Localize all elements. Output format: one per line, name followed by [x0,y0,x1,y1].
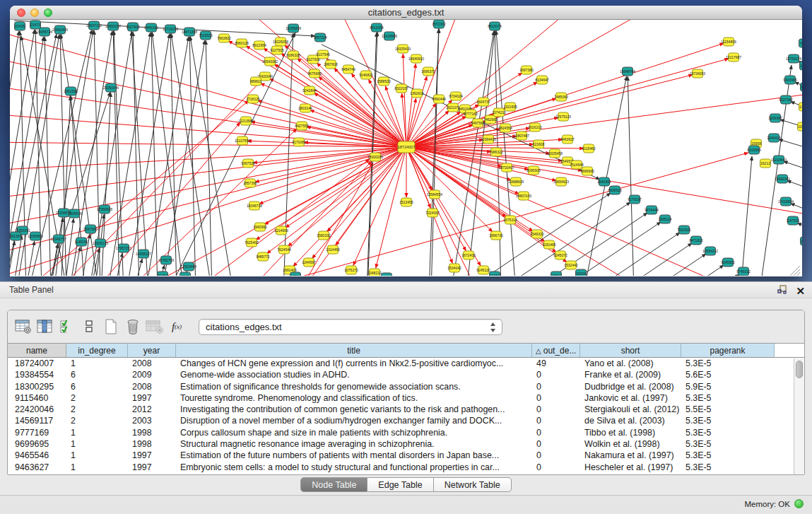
cell-in_degree[interactable]: 2 [66,392,128,404]
cell-out_degree[interactable]: 0 [532,462,580,473]
cell-year[interactable]: 1997 [128,392,176,404]
close-window-icon[interactable] [17,8,25,17]
cell-name[interactable]: 18724007 [8,358,66,369]
cell-pagerank[interactable]: 5.3E-5 [681,462,775,473]
cell-out_degree[interactable]: 0 [532,450,580,461]
tab-node-table[interactable]: Node Table [300,477,367,492]
cell-name[interactable]: 14569117 [8,415,66,426]
column-header-out_degree[interactable]: △out_de... [532,344,580,357]
minimize-window-icon[interactable] [30,8,39,17]
cell-out_degree[interactable]: 0 [532,369,580,380]
cell-short[interactable]: Wolkin et al. (1998) [580,438,681,450]
table-mode-icon[interactable] [13,317,33,336]
cell-name[interactable]: 18300295 [8,381,66,392]
column-header-short[interactable]: short [580,344,681,357]
column-header-pagerank[interactable]: pagerank [681,344,775,357]
cell-year[interactable]: 1997 [128,462,176,473]
cell-pagerank[interactable]: 5.9E-5 [681,381,775,392]
new-column-icon[interactable] [101,317,121,336]
cell-pagerank[interactable]: 5.3E-5 [681,392,775,404]
table-row[interactable]: 1456911722003Disruption of a novel membe… [8,415,804,426]
float-window-icon[interactable] [777,284,787,297]
cell-pagerank[interactable]: 5.3E-5 [681,358,775,369]
delete-column-icon[interactable] [123,317,143,336]
cell-title[interactable]: Genome-wide association studies in ADHD. [176,369,532,380]
cell-pagerank[interactable]: 5.3E-5 [681,438,775,450]
table-row[interactable]: 969969511998Structural magnetic resonanc… [8,438,804,450]
cell-title[interactable]: Estimation of significance thresholds fo… [176,381,532,392]
cell-name[interactable]: 19384554 [8,369,66,380]
window-titlebar[interactable]: citations_edges.txt [10,6,802,20]
column-header-name[interactable]: name [8,344,66,357]
table-row[interactable]: 2242004622012Investigating the contribut… [8,404,804,415]
cell-title[interactable]: Disruption of a novel member of a sodium… [176,415,532,426]
cell-short[interactable]: Hescheler et al. (1997) [580,462,681,473]
table-row[interactable]: 1938455462009Genome-wide association stu… [8,369,804,380]
tab-edge-table[interactable]: Edge Table [367,477,433,492]
cell-title[interactable]: Investigating the contribution of common… [176,404,532,415]
table-scrollbar[interactable] [794,358,804,475]
cell-pagerank[interactable]: 5.3E-5 [681,415,775,426]
column-header-year[interactable]: year [128,344,176,357]
cell-short[interactable]: de Silva et al. (2003) [580,415,681,426]
cell-in_degree[interactable]: 2 [66,415,128,426]
table-scrollbar-thumb[interactable] [796,361,803,378]
close-icon[interactable]: ✕ [796,286,805,296]
cell-in_degree[interactable]: 2 [66,404,128,415]
cell-name[interactable]: 9777169 [8,427,66,438]
cell-in_degree[interactable]: 1 [66,358,128,369]
column-header-title[interactable]: title [176,344,532,357]
table-row[interactable]: 946554611997Estimation of the future num… [8,450,804,461]
cell-title[interactable]: Embryonic stem cells: a model to study s… [176,462,532,473]
cell-title[interactable]: Estimation of the future numbers of pati… [176,450,532,461]
show-column-icon[interactable] [35,317,55,336]
cell-year[interactable]: 2008 [128,381,176,392]
cell-name[interactable]: 9699695 [8,438,66,450]
cell-year[interactable]: 1997 [128,450,176,461]
cell-name[interactable]: 9115460 [8,392,66,404]
cell-in_degree[interactable]: 1 [66,450,128,461]
cell-short[interactable]: Stergiakouli et al. (2012) [580,404,681,415]
table-row[interactable]: 911546021997Tourette syndrome. Phenomeno… [8,392,804,404]
citation-network-graph[interactable]: 2043521473240557242069140618837112106532… [10,20,802,276]
cell-short[interactable]: Franke et al. (2009) [580,369,681,380]
cell-in_degree[interactable]: 1 [66,427,128,438]
cell-title[interactable]: Tourette syndrome. Phenomenology and cla… [176,392,532,404]
network-canvas[interactable]: 2043521473240557242069140618837112106532… [10,20,802,276]
cell-name[interactable]: 9463627 [8,462,66,473]
table-row[interactable]: 1872400712008Changes of HCN gene express… [8,358,804,369]
cell-year[interactable]: 2012 [128,404,176,415]
cell-short[interactable]: Jankovic et al. (1997) [580,392,681,404]
cell-out_degree[interactable]: 0 [532,381,580,392]
row-height-icon[interactable] [79,317,99,336]
cell-title[interactable]: Corpus callosum shape and size in male p… [176,427,532,438]
cell-name[interactable]: 22420046 [8,404,66,415]
network-window[interactable]: citations_edges.txt 20435214732405572420… [10,6,802,276]
cell-in_degree[interactable]: 1 [66,462,128,473]
cell-short[interactable]: Nakamura et al. (1997) [580,450,681,461]
cell-title[interactable]: Structural magnetic resonance image aver… [176,438,532,450]
column-header-in_degree[interactable]: in_degree [66,344,128,357]
table-header-row[interactable]: namein_degreeyeartitle△out_de...shortpag… [8,343,804,358]
cell-out_degree[interactable]: 49 [532,358,580,369]
cell-year[interactable]: 2009 [128,369,176,380]
cell-pagerank[interactable]: 5.3E-5 [681,427,775,438]
cell-short[interactable]: Yano et al. (2008) [580,358,681,369]
cell-in_degree[interactable]: 6 [66,381,128,392]
cell-pagerank[interactable]: 5.5E-5 [681,404,775,415]
cell-year[interactable]: 1998 [128,438,176,450]
cell-year[interactable]: 2003 [128,415,176,426]
table-row[interactable]: 977716911998Corpus callosum shape and si… [8,427,804,438]
cell-year[interactable]: 1998 [128,427,176,438]
cell-in_degree[interactable]: 1 [66,438,128,450]
cell-out_degree[interactable]: 0 [532,415,580,426]
cell-short[interactable]: Tibbo et al. (1998) [580,427,681,438]
tab-network-table[interactable]: Network Table [434,477,512,492]
cell-out_degree[interactable]: 0 [532,404,580,415]
cell-out_degree[interactable]: 0 [532,427,580,438]
cell-name[interactable]: 9465546 [8,450,66,461]
cell-pagerank[interactable]: 5.3E-5 [681,450,775,461]
function-builder-icon[interactable]: f(x) [167,317,187,336]
table-row[interactable]: 946362711997Embryonic stem cells: a mode… [8,462,804,473]
table-body[interactable]: 1872400712008Changes of HCN gene express… [8,358,804,473]
